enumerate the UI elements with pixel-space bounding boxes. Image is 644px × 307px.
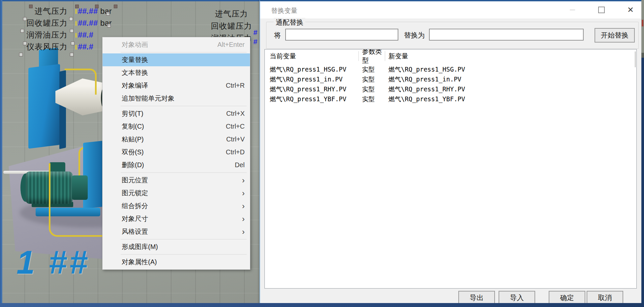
menu-item-21[interactable]: 对象属性(A) <box>103 256 250 268</box>
submenu-arrow-icon: › <box>242 189 245 197</box>
blue-cooler-shape <box>28 64 60 149</box>
selection-handle[interactable] <box>23 42 27 45</box>
menu-item-9[interactable]: 粘贴(P)Ctrl+V <box>103 133 250 146</box>
submenu-arrow-icon: › <box>242 228 245 236</box>
unit-number-caption[interactable]: 1 ## <box>16 243 90 281</box>
table-row[interactable]: 燃气\RQ_press1_YBF.PV实型燃气\RQ_press1_YBF.PV <box>265 94 636 104</box>
close-button[interactable]: ✕ <box>625 5 636 15</box>
menu-item-8[interactable]: 复制(C)Ctrl+C <box>103 120 250 133</box>
cell-current-variable: 燃气\RQ_press1_RHY.PV <box>265 85 359 94</box>
menu-item-label: 组合拆分 <box>122 201 148 210</box>
menu-item-label: 文本替换 <box>122 68 148 77</box>
menu-shortcut: Ctrl+V <box>226 136 245 143</box>
wildcard-replace-group: 通配替换 将 替换为 开始替换 <box>266 22 639 49</box>
window-border-left <box>0 0 2 307</box>
menu-separator <box>121 106 247 106</box>
menu-item-7[interactable]: 剪切(T)Ctrl+X <box>103 107 250 120</box>
selection-handle[interactable] <box>20 29 24 33</box>
menu-item-label: 形成图库(M) <box>122 242 158 251</box>
pressure-label[interactable]: 进气压力 <box>202 9 261 21</box>
window-controls: ─ ✕ <box>567 4 636 16</box>
cell-parameter-type: 实型 <box>359 95 385 104</box>
menu-item-15[interactable]: 组合拆分› <box>103 200 250 212</box>
scene-fragment <box>642 20 643 26</box>
group-label: 通配替换 <box>274 18 305 27</box>
menu-item-5[interactable]: 追加智能单元对象 <box>103 92 250 105</box>
selection-handle[interactable] <box>70 53 74 56</box>
menu-item-0[interactable]: 对象动画Alt+Enter <box>103 38 250 51</box>
find-input[interactable] <box>285 29 398 41</box>
pressure-label: 仪表风压力 <box>25 42 68 52</box>
menu-item-label: 对象动画 <box>122 40 148 49</box>
scrollbar-thumb[interactable] <box>635 51 636 67</box>
pressure-label[interactable]: 回收罐压力 <box>202 21 261 33</box>
menu-item-label: 图元位置 <box>122 176 148 185</box>
selection-handle[interactable] <box>75 5 79 8</box>
menu-item-14[interactable]: 图元锁定› <box>103 187 250 200</box>
selection-handle[interactable] <box>107 24 111 27</box>
menu-item-2[interactable]: 变量替换 <box>103 53 250 66</box>
dialog-titlebar[interactable]: 替换变量 ─ ✕ <box>260 1 642 18</box>
value-fragment: # <box>253 28 257 37</box>
table-row[interactable]: 燃气\RQ_press1_HSG.PV实型燃气\RQ_press1_HSG.PV <box>265 65 636 75</box>
export-button[interactable]: 导出 <box>458 291 495 304</box>
pressure-value: ##.## <box>76 7 98 16</box>
menu-item-11[interactable]: 删除(D)Del <box>103 159 250 171</box>
selection-handle[interactable] <box>23 17 27 21</box>
selection-handle[interactable] <box>95 5 99 8</box>
menu-item-4[interactable]: 对象编译Ctrl+R <box>103 79 250 92</box>
selection-handle[interactable] <box>69 17 73 21</box>
yellow-pipe <box>65 69 97 95</box>
cell-new-variable: 燃气\RQ_press1_RHY.PV <box>385 85 636 94</box>
cell-current-variable: 燃气\RQ_press1_HSG.PV <box>265 65 359 74</box>
pressure-value: ##.## <box>76 18 98 28</box>
minimize-icon: ─ <box>570 8 575 12</box>
header-parameter-type[interactable]: 参数类型 <box>359 51 385 61</box>
minimize-button[interactable]: ─ <box>567 5 578 15</box>
table-row[interactable]: 燃气\RQ_press1_RHY.PV实型燃气\RQ_press1_RHY.PV <box>265 84 636 94</box>
screenshot-root: 1 ## 进气压力##.##bar回收罐压力##.##bar润滑油压力##.#仪… <box>0 0 644 307</box>
replace-input[interactable] <box>429 29 584 41</box>
menu-item-label: 对象尺寸 <box>122 214 148 223</box>
maximize-icon <box>598 7 605 13</box>
submenu-arrow-icon: › <box>242 215 245 223</box>
selection-handle[interactable] <box>114 5 117 8</box>
menu-item-label: 图元锁定 <box>122 189 148 198</box>
table-row[interactable]: 燃气\RQ_press1_in.PV实型燃气\RQ_press1_in.PV <box>265 75 636 84</box>
menu-item-label: 风格设置 <box>122 227 148 236</box>
menu-separator <box>121 254 247 255</box>
menu-item-label: 对象属性(A) <box>122 258 157 266</box>
replace-with-label: 替换为 <box>404 31 425 40</box>
submenu-arrow-icon: › <box>242 202 245 210</box>
menu-item-3[interactable]: 文本替换 <box>103 66 250 79</box>
menu-item-10[interactable]: 双份(S)Ctrl+D <box>103 146 250 159</box>
cell-new-variable: 燃气\RQ_press1_YBF.PV <box>385 95 636 104</box>
menu-item-label: 对象编译 <box>122 81 148 90</box>
selection-handle[interactable] <box>19 53 23 56</box>
variables-table: 当前变量 参数类型 新变量 燃气\RQ_press1_HSG.PV实型燃气\RQ… <box>264 49 637 289</box>
start-replace-button[interactable]: 开始替换 <box>595 28 635 43</box>
close-icon: ✕ <box>627 5 634 15</box>
menu-shortcut: Ctrl+D <box>226 148 245 156</box>
menu-item-19[interactable]: 形成图库(M) <box>103 240 250 253</box>
menu-item-13[interactable]: 图元位置› <box>103 174 250 187</box>
selection-handle[interactable] <box>29 5 33 8</box>
maximize-button[interactable] <box>596 5 607 15</box>
menu-item-label: 双份(S) <box>122 148 144 157</box>
selection-handle[interactable] <box>71 42 75 45</box>
header-current-variable[interactable]: 当前变量 <box>265 51 359 61</box>
menu-separator <box>121 239 247 239</box>
cell-new-variable: 燃气\RQ_press1_HSG.PV <box>385 65 636 74</box>
cancel-button[interactable]: 取消 <box>587 291 623 304</box>
selection-handle[interactable] <box>106 12 110 15</box>
menu-shortcut: Del <box>235 161 245 169</box>
menu-item-17[interactable]: 风格设置› <box>103 225 250 238</box>
table-header: 当前变量 参数类型 新变量 <box>265 49 636 63</box>
header-new-variable[interactable]: 新变量 <box>385 51 636 61</box>
menu-item-16[interactable]: 对象尺寸› <box>103 212 250 225</box>
selection-handle[interactable] <box>70 29 74 33</box>
import-button[interactable]: 导入 <box>499 291 535 304</box>
ok-button[interactable]: 确定 <box>549 291 585 304</box>
menu-shortcut: Ctrl+R <box>226 82 245 89</box>
cell-parameter-type: 实型 <box>359 65 385 74</box>
